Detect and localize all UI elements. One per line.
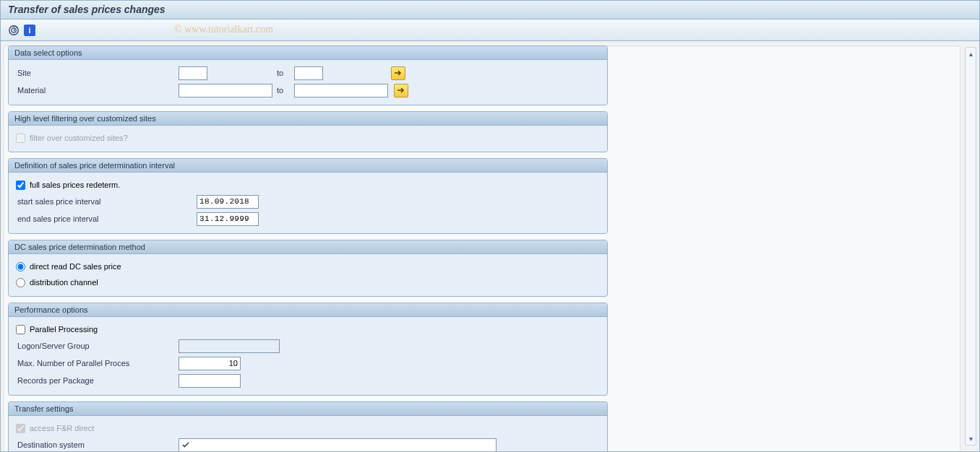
input-destination-system[interactable] xyxy=(179,438,497,452)
group-performance: Performance options Parallel Processing … xyxy=(8,303,608,396)
group-header-performance: Performance options xyxy=(9,303,607,317)
app-toolbar: i © www.tutorialkart.com xyxy=(1,19,979,41)
radio-direct-read[interactable] xyxy=(16,262,25,271)
sap-window: Transfer of sales prices changes i © www… xyxy=(0,0,980,452)
group-header-interval: Definition of sales price determination … xyxy=(9,159,607,173)
label-direct-read: direct read DC sales price xyxy=(30,262,121,271)
vertical-scrollbar[interactable]: ▴ ▾ xyxy=(965,47,976,446)
input-max-parallel[interactable] xyxy=(179,357,241,370)
check-icon xyxy=(181,440,190,449)
label-full-redeterm: full sales prices redeterm. xyxy=(30,181,120,189)
svg-marker-4 xyxy=(14,29,15,32)
radio-distribution-channel[interactable] xyxy=(16,278,25,287)
window-title: Transfer of sales prices changes xyxy=(8,4,166,15)
label-logon-group: Logon/Server Group xyxy=(16,342,179,350)
input-material-to[interactable] xyxy=(294,84,388,97)
content-area: Data select options Site to M xyxy=(1,41,979,451)
label-site-to: to xyxy=(272,69,294,77)
label-distribution-channel: distribution channel xyxy=(30,278,98,287)
input-end-interval[interactable] xyxy=(197,212,259,226)
info-icon[interactable]: i xyxy=(24,25,35,36)
group-transfer: Transfer settings access F&R direct Dest… xyxy=(8,401,608,451)
group-high-level-filter: High level filtering over customized sit… xyxy=(8,111,608,152)
group-data-select: Data select options Site to M xyxy=(8,45,608,105)
checkbox-filter-customized-sites xyxy=(16,134,25,143)
scroll-area: Data select options Site to M xyxy=(8,45,608,451)
label-parallel-processing: Parallel Processing xyxy=(30,325,98,334)
input-logon-group xyxy=(179,339,280,353)
label-start-interval: start sales price interval xyxy=(16,197,197,206)
checkbox-access-fr-direct xyxy=(16,424,25,433)
label-access-fr-direct: access F&R direct xyxy=(30,424,94,433)
group-header-data-select: Data select options xyxy=(9,46,607,60)
watermark-text: © www.tutorialkart.com xyxy=(174,24,273,35)
checkbox-parallel-processing[interactable] xyxy=(16,325,25,334)
scroll-down-arrow[interactable]: ▾ xyxy=(966,433,976,443)
input-site-from[interactable] xyxy=(179,66,207,80)
input-site-to[interactable] xyxy=(294,66,323,80)
window-titlebar: Transfer of sales prices changes xyxy=(1,1,979,19)
input-material-from[interactable] xyxy=(179,84,272,97)
group-header-high-level: High level filtering over customized sit… xyxy=(9,112,607,126)
label-records-per-package: Records per Package xyxy=(16,376,179,385)
input-records-per-package[interactable] xyxy=(179,374,241,388)
scroll-up-arrow[interactable]: ▴ xyxy=(966,48,976,58)
label-filter-customized-sites: filter over customized sites? xyxy=(30,134,128,142)
group-dc-method: DC sales price determination method dire… xyxy=(8,240,608,297)
label-site: Site xyxy=(16,69,179,77)
label-end-interval: end sales price interval xyxy=(16,214,197,223)
label-material-to: to xyxy=(272,86,294,95)
group-header-dc-method: DC sales price determination method xyxy=(9,240,607,254)
label-destination-system: Destination system xyxy=(16,440,179,449)
group-header-transfer: Transfer settings xyxy=(9,402,607,416)
label-max-parallel: Max. Number of Parallel Proces xyxy=(16,359,179,368)
label-material: Material xyxy=(16,86,179,95)
multi-select-material-button[interactable] xyxy=(394,84,408,97)
multi-select-site-button[interactable] xyxy=(391,66,405,80)
input-start-interval[interactable] xyxy=(197,195,259,209)
execute-icon[interactable] xyxy=(8,25,20,36)
group-interval: Definition of sales price determination … xyxy=(8,158,608,234)
checkbox-full-redeterm[interactable] xyxy=(16,181,25,190)
